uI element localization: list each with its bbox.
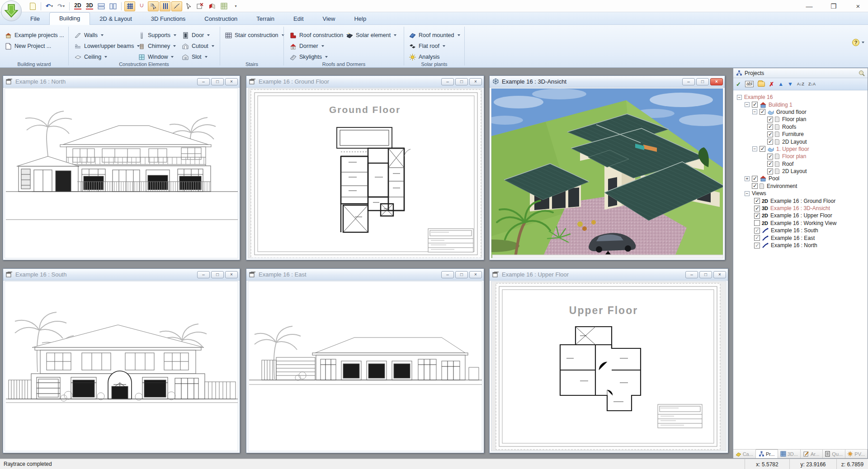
- tab-3d-functions[interactable]: 3D Functions: [142, 13, 195, 25]
- roof-construction-button[interactable]: Roof construction: [289, 30, 349, 40]
- tab-building[interactable]: Building: [49, 12, 90, 25]
- checkbox[interactable]: [760, 109, 765, 115]
- example-projects-button[interactable]: Example projects ...: [5, 30, 64, 40]
- collapse-toggle[interactable]: −: [745, 191, 750, 196]
- checkbox[interactable]: [754, 198, 760, 204]
- window-upper-floor-titlebar[interactable]: Example 16 : Upper Floor – □ ×: [490, 269, 728, 281]
- solar-element-button[interactable]: Solar element: [346, 30, 396, 40]
- checkbox[interactable]: [767, 117, 773, 122]
- new-file-button[interactable]: [27, 1, 38, 11]
- tree-item-view-east[interactable]: Example 16 : East: [733, 234, 868, 241]
- parallel-guides-button[interactable]: [160, 1, 170, 11]
- window-button[interactable]: Window: [138, 52, 174, 62]
- tab-2d-layout[interactable]: 2D & Layout: [90, 13, 142, 25]
- select-region-button[interactable]: [195, 1, 206, 11]
- checkbox[interactable]: [767, 131, 773, 137]
- east-elevation-canvas[interactable]: [248, 281, 482, 451]
- app-logo[interactable]: [1, 0, 22, 21]
- checkbox[interactable]: [754, 235, 760, 241]
- window-south[interactable]: Example 16 : South – □ ×: [3, 268, 240, 453]
- minimize-button[interactable]: –: [441, 78, 454, 85]
- projects-panel-header[interactable]: Projects: [733, 68, 868, 78]
- stair-construction-button[interactable]: Stair construction: [225, 30, 284, 40]
- split-vertical-button[interactable]: [108, 1, 118, 11]
- restore-button[interactable]: □: [696, 78, 709, 85]
- ground-floor-sheet-canvas[interactable]: Ground Floor: [248, 88, 482, 258]
- close-button[interactable]: ×: [225, 78, 238, 85]
- walls-button[interactable]: Walls: [74, 30, 104, 40]
- pointer-button[interactable]: [183, 1, 194, 11]
- checkbox[interactable]: [754, 243, 760, 249]
- tree-item-uf-roof[interactable]: Roof: [733, 160, 868, 168]
- undo-dropdown[interactable]: ▾: [51, 4, 53, 8]
- move-up-button[interactable]: ▲: [778, 81, 783, 87]
- move-down-button[interactable]: ▼: [788, 81, 793, 87]
- checkbox[interactable]: [767, 124, 773, 130]
- expand-toggle[interactable]: +: [745, 176, 750, 181]
- measure-button[interactable]: [171, 1, 182, 11]
- app-close-button[interactable]: ×: [853, 2, 863, 10]
- collapse-toggle[interactable]: −: [752, 146, 757, 151]
- tab-catalog[interactable]: Ca...: [733, 450, 756, 458]
- app-restore-button[interactable]: ❒: [828, 2, 839, 10]
- undo-button[interactable]: ↶▾: [44, 1, 55, 11]
- 3d-render-canvas[interactable]: [491, 88, 723, 258]
- rename-button[interactable]: abl: [745, 81, 754, 87]
- help-icon[interactable]: ?: [852, 39, 859, 46]
- close-button[interactable]: ×: [713, 271, 726, 278]
- open-folder-button[interactable]: [758, 81, 765, 87]
- checkbox[interactable]: [754, 213, 760, 219]
- checkbox[interactable]: [767, 161, 773, 167]
- tab-file[interactable]: File: [21, 13, 49, 25]
- window-upper-floor[interactable]: Example 16 : Upper Floor – □ × Upper Flo…: [489, 268, 728, 453]
- redo-button[interactable]: ↷▾: [56, 1, 66, 11]
- tree-item-roofs[interactable]: Roofs: [733, 123, 868, 131]
- tree-item-upper-floor[interactable]: − 1. Upper floor: [733, 145, 868, 153]
- checkbox[interactable]: [754, 220, 760, 226]
- restore-button[interactable]: □: [455, 271, 468, 278]
- window-south-titlebar[interactable]: Example 16 : South – □ ×: [3, 269, 240, 281]
- ceiling-button[interactable]: Ceiling: [74, 52, 107, 62]
- tree-item-view-south[interactable]: Example 16 : South: [733, 227, 868, 234]
- sort-az-button[interactable]: A↓Z: [797, 82, 804, 86]
- tree-item-views[interactable]: − Views: [733, 190, 868, 197]
- tab-pv[interactable]: PV...: [845, 450, 868, 458]
- analysis-button[interactable]: Analysis: [409, 52, 440, 62]
- tab-edit[interactable]: Edit: [284, 13, 313, 25]
- dormer-button[interactable]: Dormer: [289, 41, 324, 51]
- roof-display-button[interactable]: [207, 1, 217, 11]
- window-3d-view[interactable]: Example 16 : 3D-Ansicht – □ ×: [489, 75, 725, 260]
- collapse-toggle[interactable]: −: [737, 95, 742, 100]
- skylights-button[interactable]: Skylights: [289, 52, 328, 62]
- supports-button[interactable]: Supports: [138, 30, 176, 40]
- tree-item-example16[interactable]: − Example 16: [733, 94, 868, 101]
- collapse-toggle[interactable]: −: [752, 109, 757, 114]
- view-2d-button[interactable]: 2D: [72, 1, 83, 11]
- tree-item-environment[interactable]: Environment: [733, 183, 868, 190]
- help-dropdown-arrow[interactable]: [862, 42, 864, 43]
- window-north[interactable]: Example 16 : North – □ ×: [3, 75, 240, 260]
- hatch-display-button[interactable]: [218, 1, 229, 11]
- new-project-button[interactable]: New Project ...: [5, 41, 51, 51]
- tree-item-view-working-view[interactable]: 2D Example 16 : Working View: [733, 220, 868, 227]
- minimize-button[interactable]: –: [682, 78, 695, 85]
- checkbox[interactable]: [752, 176, 758, 182]
- apply-button[interactable]: ✓: [736, 81, 741, 88]
- minimize-button[interactable]: –: [441, 271, 454, 278]
- tab-projects[interactable]: Pr...: [756, 449, 778, 458]
- window-3d-titlebar[interactable]: Example 16 : 3D-Ansicht – □ ×: [490, 76, 725, 88]
- checkbox[interactable]: [767, 139, 773, 145]
- window-east[interactable]: Example 16 : East – □ ×: [246, 268, 484, 453]
- beams-button[interactable]: Lower/upper beams: [74, 41, 140, 51]
- door-button[interactable]: Door: [182, 30, 210, 40]
- tree-item-2d-layout[interactable]: 2D Layout: [733, 138, 868, 145]
- tab-3d-objects[interactable]: 3D...: [778, 450, 801, 458]
- snap-magnet-button[interactable]: ∩: [136, 1, 147, 11]
- restore-button[interactable]: □: [699, 271, 712, 278]
- split-horizontal-button[interactable]: [96, 1, 107, 11]
- sort-za-button[interactable]: Z↓A: [808, 82, 816, 86]
- tree-item-furniture[interactable]: Furniture: [733, 131, 868, 138]
- close-button[interactable]: ×: [225, 271, 238, 278]
- tree-item-uf-2d-layout[interactable]: 2D Layout: [733, 168, 868, 175]
- minimize-button[interactable]: –: [197, 78, 210, 85]
